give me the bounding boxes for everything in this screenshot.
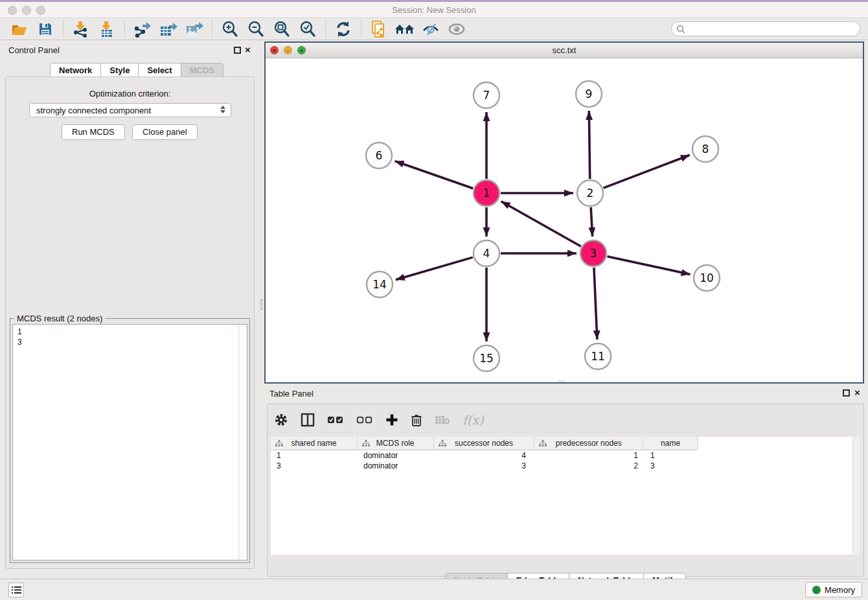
graph-edge-4-14[interactable] — [396, 257, 473, 280]
zoom-in-icon — [222, 21, 238, 38]
refresh-icon — [335, 21, 352, 38]
graph-node-7[interactable]: 7 — [474, 82, 499, 108]
memory-label: Memory — [825, 585, 855, 595]
app-titlebar: Session: New Session — [0, 0, 868, 18]
mcds-result-list[interactable]: 1 3 — [12, 324, 247, 560]
graph-node-11[interactable]: 11 — [585, 343, 611, 369]
open-session-button[interactable] — [6, 19, 32, 39]
column-header-name[interactable]: name — [643, 437, 698, 450]
divider-grip-icon[interactable] — [260, 299, 263, 310]
panel-divider[interactable] — [259, 40, 264, 579]
float-table-panel-icon[interactable] — [843, 389, 850, 397]
memory-button[interactable]: Memory — [805, 582, 862, 597]
column-header-mcds-role[interactable]: MCDS role — [358, 437, 434, 450]
zoom-in-button[interactable] — [217, 19, 243, 39]
column-header-shared-name[interactable]: shared name — [271, 437, 358, 450]
graph-node-6[interactable]: 6 — [366, 143, 392, 168]
network-canvas[interactable]: 7968124314101511 — [266, 58, 863, 382]
cell-name: 1 — [644, 450, 698, 461]
cell-shared-name: 3 — [271, 461, 358, 471]
zoom-fit-button[interactable] — [269, 19, 295, 39]
close-table-panel-icon[interactable]: × — [854, 387, 860, 398]
table-row[interactable]: 1 dominator 4 1 1 — [271, 450, 698, 461]
function-builder-button[interactable]: f(x) — [463, 411, 484, 429]
graph-edge-3-10[interactable] — [607, 257, 690, 275]
delete-table-button[interactable] — [435, 411, 450, 429]
search-input[interactable] — [685, 25, 860, 34]
table-panel: f(x) shared name — [267, 404, 864, 577]
control-panel-title: Control Panel — [8, 45, 60, 55]
cell-successor-nodes: 3 — [434, 461, 535, 471]
close-panel-button[interactable]: Close panel — [132, 124, 198, 140]
svg-text:8: 8 — [702, 143, 709, 156]
graph-edge-3-1[interactable] — [501, 202, 581, 246]
delete-column-button[interactable] — [411, 411, 422, 429]
graph-edge-2-8[interactable] — [604, 155, 690, 188]
network-resize-grip[interactable] — [558, 380, 565, 382]
network-window-title: scc.txt — [266, 45, 863, 55]
graph-node-10[interactable]: 10 — [694, 265, 720, 291]
column-header-predecessor-nodes[interactable]: predecessor nodes — [534, 437, 643, 450]
graph-node-3[interactable]: 3 — [580, 240, 606, 266]
table-settings-button[interactable] — [274, 411, 288, 429]
duplicate-network-button[interactable] — [366, 19, 392, 39]
table-scrollbar[interactable] — [852, 437, 860, 555]
float-panel-icon[interactable] — [234, 47, 241, 54]
zoom-out-icon — [247, 21, 264, 38]
graph-edge-2-9[interactable] — [589, 111, 589, 179]
run-mcds-button[interactable]: Run MCDS — [62, 124, 125, 140]
graph-node-1[interactable]: 1 — [474, 180, 499, 206]
memory-status-icon — [812, 586, 821, 594]
hierarchy-icon — [439, 440, 446, 446]
save-icon — [38, 21, 53, 37]
select-all-columns-button[interactable] — [327, 411, 344, 429]
create-column-button[interactable] — [385, 411, 398, 429]
task-list-icon — [12, 586, 21, 594]
import-table-button[interactable] — [94, 19, 120, 39]
graph-node-9[interactable]: 9 — [576, 81, 602, 107]
unchecked-boxes-icon — [356, 415, 373, 424]
export-image-button[interactable] — [181, 19, 207, 39]
home-views-button[interactable] — [392, 19, 418, 39]
graph-node-14[interactable]: 14 — [367, 271, 393, 297]
result-scrollbar[interactable] — [238, 325, 247, 560]
graph-node-4[interactable]: 4 — [474, 240, 499, 266]
graph-node-8[interactable]: 8 — [692, 136, 718, 162]
zoom-selected-button[interactable] — [295, 19, 321, 39]
import-network-button[interactable] — [68, 19, 94, 39]
close-panel-icon[interactable]: × — [245, 44, 251, 56]
graph-node-15[interactable]: 15 — [474, 345, 499, 371]
unselect-all-columns-button[interactable] — [356, 411, 373, 429]
show-eye-button[interactable] — [444, 19, 470, 39]
criterion-select[interactable]: strongly connected component — [29, 103, 231, 117]
open-folder-icon — [11, 21, 29, 37]
column-header-successor-nodes[interactable]: successor nodes — [434, 437, 535, 450]
toolbar-separator — [63, 21, 63, 38]
export-network-button[interactable] — [130, 19, 155, 39]
graph-edge-3-11[interactable] — [594, 268, 597, 340]
select-stepper-icon — [220, 106, 225, 113]
hierarchy-icon — [362, 440, 370, 446]
plus-icon — [385, 413, 398, 426]
trash-icon — [411, 413, 422, 426]
hide-eye-button[interactable] — [418, 19, 444, 39]
cell-mcds-role: dominator — [358, 461, 434, 471]
export-image-icon — [185, 21, 204, 38]
svg-text:3: 3 — [590, 247, 597, 260]
zoom-out-button[interactable] — [243, 19, 269, 39]
graph-node-2[interactable]: 2 — [577, 180, 603, 206]
show-column-browser-button[interactable] — [301, 411, 315, 429]
graph-edge-2-3[interactable] — [591, 207, 592, 237]
cell-shared-name: 1 — [271, 450, 358, 461]
export-table-button[interactable] — [155, 19, 181, 39]
svg-text:14: 14 — [372, 278, 387, 291]
refresh-view-button[interactable] — [330, 19, 356, 39]
app-title: Session: New Session — [0, 5, 868, 15]
toolbar-separator — [325, 21, 326, 38]
save-session-button[interactable] — [32, 19, 58, 39]
graph-edge-1-6[interactable] — [395, 161, 474, 189]
table-row[interactable]: 3 dominator 3 2 3 — [271, 461, 698, 471]
optimization-criterion-label: Optimization criterion: — [6, 89, 254, 98]
task-history-button[interactable] — [8, 583, 24, 597]
search-field[interactable] — [671, 21, 860, 36]
